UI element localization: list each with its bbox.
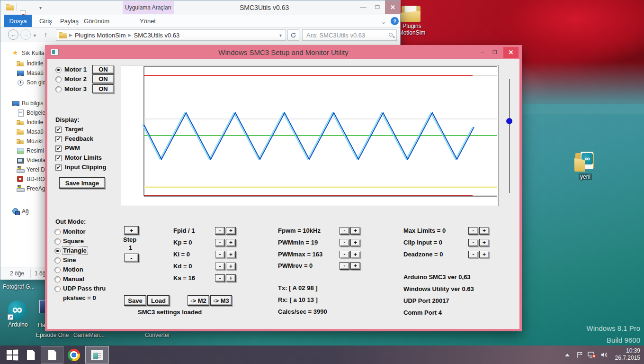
ks-plus-button[interactable]: +: [226, 274, 236, 282]
pwmmax-minus-button[interactable]: -: [340, 251, 349, 258]
tab-dosya[interactable]: Dosya: [4, 15, 32, 27]
taskbar-chrome-button[interactable]: [66, 346, 81, 364]
tray-clock[interactable]: 10:39 26.7.2015: [615, 347, 640, 362]
tab-yonet[interactable]: Yönet: [135, 15, 161, 27]
fpid-plus-button[interactable]: +: [226, 227, 236, 235]
max-limits-minus-button[interactable]: -: [468, 227, 478, 235]
sidebar-item-computer-4[interactable]: Bu bilgis: [12, 100, 43, 107]
tab-gorunum[interactable]: Görünüm: [79, 15, 114, 27]
slider-handle[interactable]: [506, 118, 512, 124]
desktop-label-fotograf[interactable]: Fotoğraf G...: [3, 283, 35, 290]
save-button[interactable]: Save: [124, 295, 146, 306]
desktop-label-converter[interactable]: Converter: [145, 332, 170, 338]
motor-2-on-button[interactable]: ON: [92, 74, 114, 83]
dialog-close-button[interactable]: ✕: [503, 47, 519, 58]
radio-monitor[interactable]: [54, 229, 61, 235]
dialog-minimize-button[interactable]: –: [477, 47, 488, 58]
desktop-label-gameman[interactable]: GameMan...: [73, 332, 105, 338]
to-m3-button[interactable]: -> M3: [210, 295, 232, 306]
tray-network[interactable]: [586, 346, 598, 364]
desktop-icon-plugins-motionsim[interactable]: Plugins MotionSim: [398, 4, 426, 36]
sidebar-item-network-14[interactable]: Ağ: [12, 208, 29, 215]
pwmmax-plus-button[interactable]: +: [350, 251, 360, 258]
breadcrumb[interactable]: ▶ Plugins MotionSim ▶ SMC3Utils v0.63 ▾: [56, 29, 286, 41]
taskbar-notepad-button[interactable]: [24, 346, 38, 364]
radio-manual[interactable]: [54, 276, 61, 282]
sidebar-item-folder-download-6[interactable]: ↓İndirile: [17, 118, 43, 126]
explorer-titlebar[interactable]: ▾ Uygulama Araçları SMC3Utils v0.63 — ❐ …: [0, 0, 400, 15]
dialog-titlebar[interactable]: Windows SMC3 Setup and Monitor Utility –…: [45, 45, 522, 59]
clip-input-minus-button[interactable]: -: [468, 239, 478, 246]
close-button[interactable]: ✕: [385, 0, 401, 14]
taskbar-document-button[interactable]: [41, 346, 63, 364]
kp-plus-button[interactable]: +: [226, 239, 236, 246]
ki-minus-button[interactable]: -: [215, 251, 225, 258]
save-image-button[interactable]: Save Image: [59, 177, 105, 189]
tray-show-hidden-icons[interactable]: [563, 346, 572, 364]
dialog-maximize-button[interactable]: ❐: [489, 47, 501, 58]
ribbon-collapse-icon[interactable]: ⌄: [381, 18, 386, 25]
checkbox-feedback[interactable]: [55, 136, 62, 142]
help-icon[interactable]: ?: [391, 17, 399, 25]
radio-motor-2[interactable]: [55, 76, 62, 82]
deadzone-plus-button[interactable]: +: [479, 251, 489, 258]
checkbox-input-clipping[interactable]: [55, 164, 62, 171]
history-caret-icon[interactable]: ▾: [34, 33, 36, 38]
radio-square[interactable]: [54, 238, 61, 245]
pwmmin-plus-button[interactable]: +: [350, 239, 360, 246]
sidebar-item-star-0[interactable]: Sık Kulla: [12, 49, 44, 57]
max-limits-plus-button[interactable]: +: [479, 227, 489, 235]
sidebar-item-desktop-folder-7[interactable]: Masaü: [17, 128, 44, 136]
sidebar-item-documents-5[interactable]: Belgele: [17, 109, 45, 117]
radio-motion[interactable]: [54, 267, 61, 273]
minimize-button[interactable]: —: [357, 0, 370, 14]
ks-minus-button[interactable]: -: [215, 274, 225, 282]
to-m2-button[interactable]: -> M2: [188, 295, 209, 306]
radio-motor-3[interactable]: [55, 86, 62, 92]
tray-action-center[interactable]: [573, 346, 585, 364]
fpid-minus-button[interactable]: -: [215, 227, 225, 235]
checkbox-target[interactable]: [55, 127, 62, 133]
step-minus-button[interactable]: -: [124, 254, 139, 262]
sidebar-item-music-8[interactable]: ♪Müzikl: [17, 137, 43, 145]
motor-3-on-button[interactable]: ON: [92, 84, 114, 93]
kd-minus-button[interactable]: -: [215, 263, 225, 270]
sidebar-item-external-drive-13[interactable]: FreeAg: [17, 185, 45, 192]
step-plus-button[interactable]: +: [124, 226, 139, 235]
sidebar-item-pictures-9[interactable]: Resiml: [17, 147, 44, 155]
tab-giris[interactable]: Giriş: [35, 15, 57, 27]
sidebar-item-local-disk-11[interactable]: Yerel D: [17, 166, 45, 173]
back-button[interactable]: ←: [8, 29, 18, 40]
clip-input-plus-button[interactable]: +: [479, 239, 489, 246]
pwmrev-minus-button[interactable]: -: [340, 262, 349, 270]
radio-triangle[interactable]: [54, 248, 61, 254]
radio-udp-pass-thru[interactable]: [54, 286, 61, 292]
desktop-label-episode-one[interactable]: Episode One: [36, 332, 69, 338]
start-button[interactable]: [4, 346, 20, 364]
kd-plus-button[interactable]: +: [226, 263, 236, 270]
checkbox-motor-limits[interactable]: [55, 155, 62, 161]
kp-minus-button[interactable]: -: [215, 239, 225, 246]
search-input[interactable]: [306, 31, 382, 39]
sidebar-item-recent-3[interactable]: Son gid: [17, 79, 46, 86]
sidebar-item-desktop-2[interactable]: Masaü: [17, 69, 44, 77]
load-button[interactable]: Load: [147, 295, 170, 306]
radio-motor-1[interactable]: [55, 67, 62, 73]
tray-volume[interactable]: [598, 346, 610, 364]
pwmmin-minus-button[interactable]: -: [340, 239, 349, 246]
pwmrev-plus-button[interactable]: +: [350, 262, 360, 270]
desktop-icon-arduino[interactable]: ∞ ↗ Arduino: [6, 300, 30, 328]
ki-plus-button[interactable]: +: [226, 251, 236, 258]
desktop-icon-yeni[interactable]: ∞ yeni: [573, 151, 598, 180]
motor-1-on-button[interactable]: ON: [92, 65, 114, 74]
up-button[interactable]: ↑: [44, 31, 47, 38]
forward-button[interactable]: →: [20, 29, 31, 40]
sidebar-item-bd-rom-12[interactable]: BD-RO: [17, 175, 45, 183]
breadcrumb-item-plugins[interactable]: Plugins MotionSim: [75, 32, 126, 39]
address-dropdown-icon[interactable]: ▾: [279, 33, 282, 38]
deadzone-minus-button[interactable]: -: [468, 251, 478, 258]
sidebar-item-videos-10[interactable]: Videola: [17, 156, 45, 164]
radio-sine[interactable]: [54, 257, 61, 264]
fpwm-plus-button[interactable]: +: [350, 227, 360, 235]
checkbox-pwm[interactable]: [55, 146, 62, 152]
